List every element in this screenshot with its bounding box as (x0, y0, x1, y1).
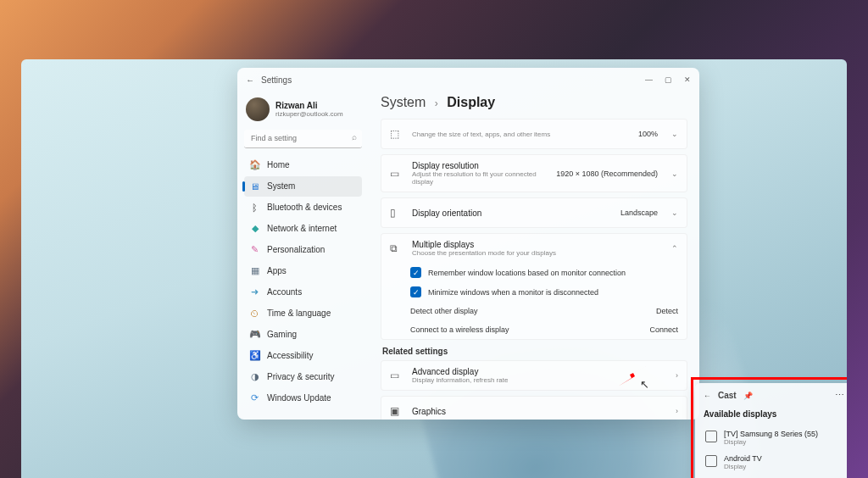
detect-display-row: Detect other display Detect (381, 302, 687, 320)
nav-icon: ✎ (249, 244, 260, 255)
user-email: rizkuper@outlook.com (275, 110, 343, 118)
nav-label: Personalization (267, 245, 325, 254)
sidebar-item-accounts[interactable]: ➜Accounts (244, 282, 362, 303)
related-settings-heading: Related settings (382, 347, 687, 356)
display-icon (705, 431, 717, 442)
cast-device-samsung[interactable]: [TV] Samsung 8 Series (55) Display (704, 425, 844, 450)
nav-label: Windows Update (267, 393, 331, 403)
resolution-icon: ▭ (390, 168, 403, 180)
nav-icon: ➜ (249, 286, 260, 297)
chevron-right-icon: › (676, 371, 678, 380)
multiple-displays-card: ⧉ Multiple displays Choose the presentat… (381, 233, 687, 340)
nav-icon: 🎮 (249, 329, 260, 340)
sidebar-item-gaming[interactable]: 🎮Gaming (244, 325, 362, 345)
advanced-display-icon: ▭ (390, 370, 403, 381)
chevron-right-icon: › (435, 97, 438, 109)
nav: 🏠Home🖥SystemᛒBluetooth & devices◆Network… (244, 155, 362, 409)
breadcrumb-current: Display (447, 95, 495, 109)
chevron-up-icon: ⌃ (671, 244, 678, 253)
sidebar-item-privacy-security[interactable]: ◑Privacy & security (244, 367, 362, 387)
minimize-button[interactable]: — (645, 75, 653, 84)
cursor-icon: ↖ (640, 378, 649, 391)
maximize-button[interactable]: ▢ (665, 75, 672, 84)
chevron-down-icon: ⌄ (671, 170, 678, 178)
nav-icon: ⟳ (249, 392, 260, 403)
chevron-down-icon: ⌄ (671, 208, 678, 217)
nav-label: Gaming (267, 330, 297, 339)
cast-title: Cast (718, 391, 737, 400)
breadcrumb-parent[interactable]: System (381, 95, 426, 109)
checkbox-checked-icon: ✓ (410, 286, 421, 297)
detect-button[interactable]: Detect (656, 307, 678, 315)
user-name: Rizwan Ali (275, 101, 343, 110)
sidebar-item-windows-update[interactable]: ⟳Windows Update (244, 388, 362, 409)
window-title: Settings (261, 75, 292, 85)
sidebar: Rizwan Ali rizkuper@outlook.com ⌕ 🏠Home🖥… (237, 92, 369, 420)
sidebar-item-accessibility[interactable]: ♿Accessibility (244, 346, 362, 366)
connect-wireless-row: Connect to a wireless display Connect (381, 320, 687, 339)
nav-label: Bluetooth & devices (267, 203, 342, 212)
breadcrumb: System › Display (381, 95, 687, 110)
more-icon[interactable]: ⋯ (835, 390, 844, 401)
resolution-row[interactable]: ▭ Display resolution Adjust the resoluti… (381, 154, 687, 192)
pin-icon[interactable]: 📌 (743, 392, 753, 400)
nav-icon: ⏲ (249, 308, 260, 319)
nav-label: Accounts (267, 287, 302, 297)
checkbox-checked-icon: ✓ (410, 267, 421, 278)
sidebar-item-time-language[interactable]: ⏲Time & language (244, 303, 362, 324)
sidebar-item-personalization[interactable]: ✎Personalization (244, 240, 362, 260)
cast-back-button[interactable]: ← (704, 392, 711, 400)
titlebar: ← Settings — ▢ ✕ (237, 68, 699, 92)
sidebar-item-system[interactable]: 🖥System (244, 176, 362, 197)
back-button[interactable]: ← (246, 75, 254, 85)
displays-icon: ⧉ (390, 242, 403, 254)
nav-icon: ◆ (249, 223, 260, 234)
connect-button[interactable]: Connect (649, 325, 678, 334)
minimize-on-disconnect-checkbox[interactable]: ✓ Minimize windows when a monitor is dis… (381, 282, 687, 302)
nav-label: Apps (267, 266, 287, 275)
multiple-displays-header[interactable]: ⧉ Multiple displays Choose the presentat… (381, 234, 687, 263)
user-block[interactable]: Rizwan Ali rizkuper@outlook.com (244, 95, 362, 129)
nav-label: Time & language (267, 308, 331, 318)
content: System › Display ⬚ Change the size of te… (369, 92, 699, 420)
sidebar-item-network-internet[interactable]: ◆Network & internet (244, 219, 362, 239)
nav-label: Network & internet (267, 224, 337, 233)
nav-icon: 🖥 (249, 181, 260, 192)
sidebar-item-apps[interactable]: ▦Apps (244, 261, 362, 281)
nav-label: Accessibility (267, 351, 313, 360)
cast-flyout: ← Cast 📌 ⋯ Available displays [TV] Samsu… (695, 383, 847, 478)
chevron-right-icon: › (676, 407, 678, 415)
nav-icon: ▦ (249, 265, 260, 276)
nav-icon: 🏠 (249, 159, 260, 170)
orientation-row[interactable]: ▯ Display orientation Landscape ⌄ (381, 197, 687, 228)
graphics-icon: ▣ (390, 405, 403, 417)
orientation-icon: ▯ (390, 207, 403, 219)
nav-label: Home (267, 160, 290, 170)
search-icon: ⌕ (352, 132, 357, 142)
available-displays-heading: Available displays (704, 409, 844, 419)
graphics-row[interactable]: ▣ Graphics › (381, 396, 687, 420)
nav-icon: ◑ (249, 371, 260, 382)
close-button[interactable]: ✕ (684, 75, 691, 84)
nav-icon: ♿ (249, 350, 260, 361)
nav-label: Privacy & security (267, 372, 334, 381)
avatar (246, 97, 270, 121)
remember-locations-checkbox[interactable]: ✓ Remember window locations based on mon… (381, 263, 687, 282)
scale-icon: ⬚ (390, 128, 403, 140)
sidebar-item-bluetooth-devices[interactable]: ᛒBluetooth & devices (244, 197, 362, 218)
scale-row[interactable]: ⬚ Change the size of text, apps, and oth… (381, 119, 687, 149)
sidebar-item-home[interactable]: 🏠Home (244, 155, 362, 175)
display-icon (705, 455, 717, 467)
search-input[interactable] (244, 130, 362, 148)
nav-icon: ᛒ (249, 202, 260, 213)
nav-label: System (267, 181, 295, 191)
chevron-down-icon: ⌄ (671, 130, 678, 138)
cast-device-androidtv[interactable]: Android TV Display (704, 450, 844, 475)
